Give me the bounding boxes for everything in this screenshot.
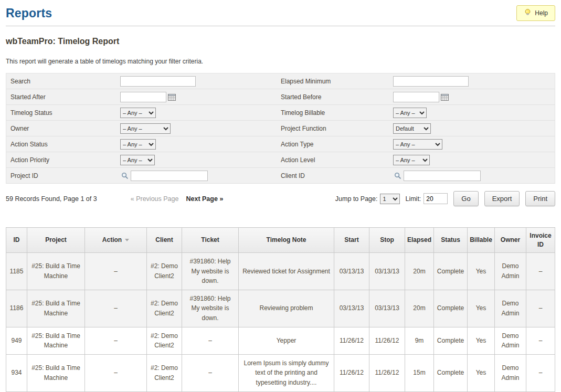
jump-to-page-select[interactable]: 1: [380, 194, 400, 204]
previous-page-link[interactable]: « Previous Page: [131, 195, 179, 203]
next-page-link[interactable]: Next Page »: [186, 195, 223, 203]
cell-elapsed: 15m: [405, 354, 434, 391]
cell-ticket: –: [182, 327, 239, 354]
filter-label-owner: Owner: [6, 125, 120, 132]
col-header-start[interactable]: Start: [334, 228, 369, 253]
col-header-project[interactable]: Project: [27, 228, 85, 253]
client-id-input[interactable]: [404, 171, 481, 181]
project-id-input[interactable]: [131, 171, 208, 181]
cell-start: 03/13/13: [334, 253, 369, 290]
project-id-lookup-button[interactable]: [121, 172, 129, 179]
magnifier-icon: [394, 173, 401, 181]
filter-row-action-priority: Action Priority – Any – Action Level – A…: [6, 152, 555, 168]
col-header-stop[interactable]: Stop: [369, 228, 405, 253]
pagination-bar: 59 Records Found, Page 1 of 3 « Previous…: [6, 191, 555, 206]
col-header-timelog-note[interactable]: Timelog Note: [239, 228, 334, 253]
export-button[interactable]: Export: [484, 191, 520, 206]
filter-label-action-level: Action Level: [281, 156, 393, 164]
go-button[interactable]: Go: [453, 191, 478, 206]
filter-row-ids: Project ID Client ID: [6, 168, 555, 184]
timelog-billable-select[interactable]: – Any –: [393, 108, 427, 118]
cell-action: –: [85, 253, 147, 290]
client-id-lookup-button[interactable]: [394, 172, 401, 179]
jump-to-page-label: Jump to Page:: [335, 195, 378, 203]
filter-label-project-function: Project Function: [281, 125, 393, 132]
cell-start: 11/26/12: [334, 354, 369, 391]
started-after-calendar-button[interactable]: [168, 93, 176, 101]
cell-billable: Yes: [468, 290, 495, 327]
cell-action: –: [85, 290, 147, 327]
started-before-input[interactable]: [393, 92, 439, 102]
filter-row-timelog-status: Timelog Status – Any – Timelog Billable …: [6, 105, 555, 121]
search-input[interactable]: [120, 76, 196, 87]
filter-label-search: Search: [6, 78, 120, 85]
col-header-billable[interactable]: Billable: [468, 228, 495, 253]
filter-label-timelog-status: Timelog Status: [6, 109, 120, 116]
cell-note: Reviewing problem: [239, 290, 334, 327]
action-status-select[interactable]: – Any –: [120, 139, 156, 150]
cell-billable: Yes: [468, 253, 495, 290]
help-button[interactable]: Help: [516, 5, 555, 21]
filter-row-action-status: Action Status – Any – Action Type – Any …: [6, 136, 555, 152]
cell-client: #2: Demo Client2: [147, 290, 182, 327]
filter-label-action-status: Action Status: [6, 141, 120, 148]
col-header-ticket[interactable]: Ticket: [182, 228, 239, 253]
filter-row-dates: Started After Started Before: [6, 89, 555, 105]
started-before-calendar-button[interactable]: [441, 93, 449, 101]
cell-invoice-id: –: [526, 354, 555, 391]
cell-stop: 11/26/12: [369, 327, 405, 354]
help-button-label: Help: [535, 9, 548, 17]
cell-project: #25: Build a Time Machine: [27, 290, 85, 327]
cell-billable: Yes: [468, 327, 495, 354]
cell-project: #25: Build a Time Machine: [27, 327, 85, 354]
cell-client: #2: Demo Client2: [147, 327, 182, 354]
owner-select[interactable]: – Any –: [120, 123, 171, 134]
cell-id: 934: [6, 354, 27, 391]
report-title: wbTeamPro: Timelog Report: [6, 37, 555, 46]
cell-stop: 11/26/12: [369, 354, 405, 391]
print-button[interactable]: Print: [525, 191, 555, 206]
cell-billable: Yes: [468, 354, 495, 391]
cell-start: 11/26/12: [334, 327, 369, 354]
cell-project: #25: Build a Time Machine: [27, 253, 85, 290]
report-description: This report will generate a table of tim…: [6, 58, 555, 65]
timelog-status-select[interactable]: – Any –: [120, 108, 156, 118]
cell-elapsed: 20m: [405, 253, 434, 290]
lightbulb-icon: [524, 8, 532, 18]
project-function-select[interactable]: Default: [393, 123, 431, 134]
col-header-elapsed[interactable]: Elapsed: [405, 228, 434, 253]
filter-label-elapsed-minimum: Elapsed Minimum: [281, 78, 393, 85]
col-header-owner[interactable]: Owner: [495, 228, 526, 253]
calendar-icon: [441, 94, 449, 102]
table-row: 1186 #25: Build a Time Machine – #2: Dem…: [6, 290, 555, 327]
table-row: 1185 #25: Build a Time Machine – #2: Dem…: [6, 253, 555, 290]
elapsed-minimum-input[interactable]: [393, 76, 469, 87]
col-header-invoice-id[interactable]: Invoice ID: [526, 228, 555, 253]
action-priority-select[interactable]: – Any –: [120, 155, 155, 165]
col-header-action[interactable]: Action: [85, 228, 147, 253]
col-header-id[interactable]: ID: [6, 228, 27, 253]
cell-client: #2: Demo Client2: [147, 354, 182, 391]
cell-note: Lorem Ipsum is simply dummy text of the …: [239, 354, 334, 391]
cell-owner: Demo Admin: [495, 354, 526, 391]
filter-label-client-id: Client ID: [281, 172, 393, 179]
filter-label-started-after: Started After: [6, 93, 120, 101]
magnifier-icon: [121, 173, 129, 181]
action-type-select[interactable]: – Any –: [393, 139, 442, 150]
cell-status: Complete: [434, 327, 468, 354]
started-after-input[interactable]: [120, 92, 166, 102]
cell-action: –: [85, 327, 147, 354]
table-row: 949 #25: Build a Time Machine – #2: Demo…: [6, 327, 555, 354]
col-header-status[interactable]: Status: [434, 228, 468, 253]
filter-label-started-before: Started Before: [281, 93, 393, 101]
cell-start: 03/13/13: [334, 290, 369, 327]
cell-owner: Demo Admin: [495, 253, 526, 290]
col-header-client[interactable]: Client: [147, 228, 182, 253]
page: Reports Help wbTeamPro: Timelog Report T…: [0, 0, 561, 392]
cell-invoice-id: –: [526, 327, 555, 354]
action-level-select[interactable]: – Any –: [393, 155, 430, 165]
limit-input[interactable]: [424, 193, 448, 204]
cell-stop: 03/13/13: [369, 253, 405, 290]
cell-ticket: #391860: Help My website is down.: [182, 253, 239, 290]
cell-action: –: [85, 354, 147, 391]
